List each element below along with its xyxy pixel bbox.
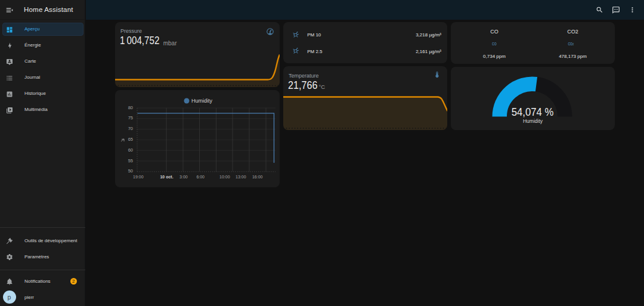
svg-text:3:00: 3:00 [179, 175, 188, 179]
svg-text:70: 70 [128, 126, 133, 131]
svg-text:6:00: 6:00 [196, 175, 205, 179]
svg-text:55: 55 [128, 158, 133, 163]
svg-text:50: 50 [128, 168, 133, 174]
svg-text:75: 75 [128, 115, 133, 120]
svg-text:Humidity: Humidity [191, 98, 213, 104]
svg-text:16:00: 16:00 [252, 175, 263, 179]
svg-text:13:00: 13:00 [236, 175, 246, 179]
svg-text:65: 65 [128, 137, 133, 142]
svg-text:60: 60 [128, 147, 133, 153]
svg-text:10:00: 10:00 [219, 175, 230, 179]
svg-text:19:00: 19:00 [133, 175, 144, 179]
svg-text:10 oct.: 10 oct. [160, 175, 173, 179]
svg-text:80: 80 [128, 105, 133, 110]
